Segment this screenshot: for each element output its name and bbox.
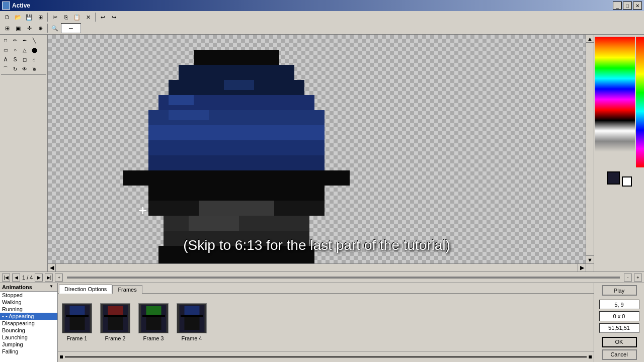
next-frame-btn[interactable]: ▶: [35, 274, 43, 282]
scroll-bottom[interactable]: ◀ ▶: [48, 263, 586, 272]
frame-slider[interactable]: [67, 277, 620, 279]
svg-rect-37: [184, 317, 199, 330]
pencil-tool[interactable]: ✒: [20, 36, 29, 45]
frame-thumbnail-2: [100, 303, 130, 333]
coord-display-3: 51,51,51: [599, 323, 639, 333]
frame-item-1[interactable]: Frame 1: [62, 303, 92, 341]
spray-tool[interactable]: S: [11, 55, 20, 64]
last-frame-btn[interactable]: ▶|: [45, 274, 53, 282]
frame-thumbnail-3: [138, 303, 169, 333]
zoom-in-btn[interactable]: +: [634, 274, 642, 282]
sep1: [47, 13, 48, 22]
anim-item-appearing[interactable]: • Appearing: [0, 313, 57, 320]
anim-nav-bar: [58, 351, 594, 362]
anim-item-disappearing[interactable]: Disappearing: [0, 320, 57, 327]
animations-panel: Animations ▼ StoppedWalkingRunning• Appe…: [0, 283, 58, 362]
secondary-color-swatch[interactable]: [622, 176, 632, 187]
poly-tool[interactable]: △: [20, 45, 29, 54]
paste-btn[interactable]: 📋: [72, 12, 82, 22]
curve-tool[interactable]: ⌒: [1, 64, 10, 73]
frame-label-2: Frame 2: [105, 335, 126, 341]
prev-frame-btn[interactable]: ◀: [12, 274, 20, 282]
move-btn[interactable]: ⊕: [35, 23, 45, 33]
svg-rect-1: [179, 65, 294, 80]
ok-button[interactable]: OK: [602, 337, 637, 347]
anim-item-bouncing[interactable]: Bouncing: [0, 327, 57, 334]
frame-item-3[interactable]: Frame 3: [138, 303, 169, 341]
maximize-button[interactable]: □: [623, 2, 632, 10]
primary-color-swatch[interactable]: [607, 171, 620, 185]
open-btn[interactable]: 📂: [13, 12, 23, 22]
color-gradient[interactable]: [595, 37, 635, 167]
svg-rect-35: [184, 306, 199, 315]
animations-scroll-btn[interactable]: ▼: [49, 284, 55, 290]
lasso-tool[interactable]: ✏: [11, 36, 20, 45]
svg-rect-7: [148, 155, 325, 170]
center-btn[interactable]: ✛: [24, 23, 34, 33]
coord-display-2: 0 x 0: [599, 311, 639, 321]
draw-tools: □ ✏ ✒ ╲ ▭ ○ △ ⬤ A S ◻ ⌂ ⌒ ↻ 👁 🖱: [1, 36, 46, 75]
bottom-main: Direction Options Frames Frame 1Frame 2F…: [58, 283, 594, 362]
tab-direction-options[interactable]: Direction Options: [59, 285, 112, 294]
zoom-in[interactable]: 🔍: [50, 23, 60, 33]
line-tool[interactable]: ╲: [30, 36, 39, 45]
copy-btn[interactable]: ⎘: [61, 12, 71, 22]
anim-item-walking[interactable]: Walking: [0, 299, 57, 306]
eye-tool[interactable]: 👁: [20, 64, 29, 73]
save-btn[interactable]: 💾: [24, 12, 34, 22]
redo-btn[interactable]: ↪: [109, 12, 119, 22]
brush-tool[interactable]: ⌂: [30, 55, 39, 64]
fill-tool[interactable]: ⬤: [30, 45, 39, 54]
tabs-row: Direction Options Frames: [58, 283, 594, 294]
svg-text:+: +: [138, 202, 147, 219]
grid-btn[interactable]: ⊞: [2, 23, 12, 33]
anim-item-jumping[interactable]: Jumping: [0, 341, 57, 348]
title-bar-left: Active: [2, 2, 30, 10]
frame-label-3: Frame 3: [143, 335, 164, 341]
text-tool[interactable]: A: [1, 55, 10, 64]
scroll-right[interactable]: ▲ ▼: [586, 35, 594, 263]
svg-rect-6: [148, 140, 325, 155]
fit-btn[interactable]: ⊞: [35, 12, 45, 22]
eyedropper-tool[interactable]: 🖱: [30, 64, 39, 73]
new-btn[interactable]: 🗋: [2, 12, 12, 22]
scroll-down-btn[interactable]: ▼: [586, 255, 594, 263]
select-tool[interactable]: □: [1, 36, 10, 45]
canvas-container[interactable]: + (Skip to 6:13 for the last part of the…: [48, 35, 594, 272]
pixel-art: +: [123, 50, 350, 263]
frame-btn[interactable]: ▣: [13, 23, 23, 33]
frame-item-4[interactable]: Frame 4: [177, 303, 207, 341]
frame-thumbnail-1: [62, 303, 92, 333]
animations-list[interactable]: StoppedWalkingRunning• AppearingDisappea…: [0, 292, 57, 362]
play-button[interactable]: Play: [602, 285, 637, 296]
first-frame-btn[interactable]: |◀: [2, 274, 10, 282]
add-frame-btn[interactable]: +: [55, 274, 63, 282]
ellipse-tool[interactable]: ○: [11, 45, 20, 54]
cut-btn[interactable]: ✂: [50, 12, 60, 22]
del-btn[interactable]: ✕: [83, 12, 93, 22]
zoom-slider[interactable]: ─: [61, 23, 81, 33]
undo-btn[interactable]: ↩: [98, 12, 108, 22]
close-button[interactable]: ✕: [633, 2, 642, 10]
minimize-button[interactable]: _: [613, 2, 622, 10]
anim-item-launching[interactable]: Launching: [0, 334, 57, 341]
frame-item-2[interactable]: Frame 2: [100, 303, 130, 341]
tab-frames[interactable]: Frames: [112, 285, 142, 294]
scroll-left-btn[interactable]: ◀: [48, 264, 56, 272]
anim-item-stopped[interactable]: Stopped: [0, 292, 57, 299]
rotate-tool[interactable]: ↻: [11, 64, 20, 73]
color-rainbow[interactable]: [636, 37, 644, 167]
rect-tool[interactable]: ▭: [1, 45, 10, 54]
frame-label-1: Frame 1: [67, 335, 88, 341]
scroll-up-btn[interactable]: ▲: [586, 35, 594, 43]
cancel-button[interactable]: Cancel: [602, 349, 637, 360]
svg-rect-25: [69, 317, 85, 330]
anim-item-falling[interactable]: Falling: [0, 348, 57, 355]
anim-item-running[interactable]: Running: [0, 306, 57, 313]
zoom-out-btn[interactable]: -: [624, 274, 632, 282]
scroll-right-btn[interactable]: ▶: [578, 264, 586, 272]
eraser-tool[interactable]: ◻: [20, 55, 29, 64]
content-area: □ ✏ ✒ ╲ ▭ ○ △ ⬤ A S ◻ ⌂ ⌒ ↻ 👁 🖱: [0, 35, 644, 272]
info-panel: Play 5, 9 0 x 0 51,51,51 OK Cancel: [594, 283, 644, 362]
color-row: [595, 37, 644, 169]
